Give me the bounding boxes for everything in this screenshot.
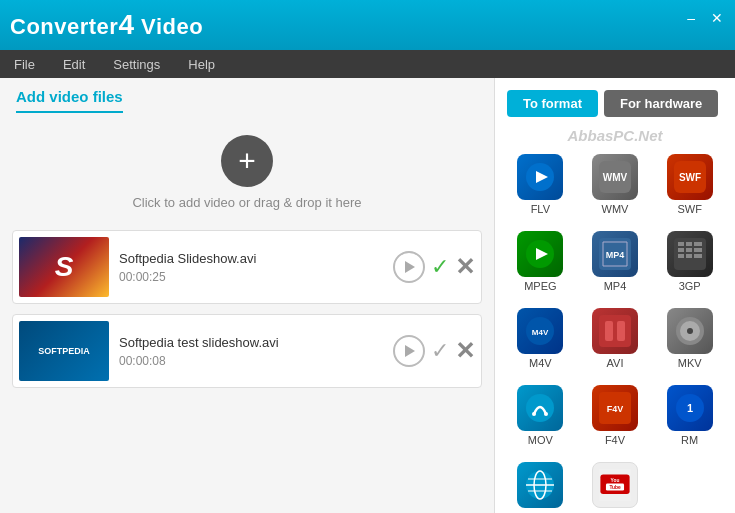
svg-rect-14	[678, 248, 684, 252]
format-mkv[interactable]: MKV	[656, 304, 723, 373]
rm-icon: 1	[667, 385, 713, 431]
watermark-text: AbbasPC.Net	[507, 127, 723, 144]
web-icon	[517, 462, 563, 508]
check-button[interactable]: ✓	[431, 338, 449, 364]
svg-rect-24	[617, 321, 625, 341]
svg-text:MP4: MP4	[606, 250, 625, 260]
svg-text:You: You	[611, 478, 620, 483]
format-m4v[interactable]: M4V M4V	[507, 304, 574, 373]
play-button[interactable]	[393, 335, 425, 367]
svg-text:F4V: F4V	[607, 404, 624, 414]
mkv-label: MKV	[678, 357, 702, 369]
svg-point-29	[532, 412, 536, 416]
svg-rect-22	[599, 315, 631, 347]
mpeg-icon	[517, 231, 563, 277]
svg-text:Tube: Tube	[609, 485, 621, 490]
menu-edit[interactable]: Edit	[57, 55, 91, 74]
swf-label: SWF	[677, 203, 701, 215]
file-actions: ✓ ✕	[393, 335, 475, 367]
play-button[interactable]	[393, 251, 425, 283]
svg-rect-23	[605, 321, 613, 341]
svg-rect-17	[678, 254, 684, 258]
svg-rect-16	[694, 248, 702, 252]
mkv-icon	[667, 308, 713, 354]
menu-help[interactable]: Help	[182, 55, 221, 74]
file-name: Softpedia test slideshow.avi	[119, 335, 383, 350]
file-info: Softpedia Slideshow.avi 00:00:25	[119, 251, 383, 284]
minimize-button[interactable]: –	[683, 8, 699, 28]
menu-file[interactable]: File	[8, 55, 41, 74]
file-thumbnail: S	[19, 237, 109, 297]
window-controls: – ✕	[683, 8, 727, 28]
svg-text:1: 1	[687, 402, 693, 414]
format-wmv[interactable]: WMV WMV	[582, 150, 649, 219]
svg-text:M4V: M4V	[532, 328, 549, 337]
mp4-label: MP4	[604, 280, 627, 292]
format-flv[interactable]: FLV	[507, 150, 574, 219]
format-mpeg[interactable]: MPEG	[507, 227, 574, 296]
svg-point-27	[687, 328, 693, 334]
file-actions: ✓ ✕	[393, 251, 475, 283]
format-web[interactable]: Web	[507, 458, 574, 513]
f4v-label: F4V	[605, 434, 625, 446]
svg-text:SWF: SWF	[679, 172, 701, 183]
file-list: S Softpedia Slideshow.avi 00:00:25 ✓ ✕	[0, 226, 494, 513]
format-f4v[interactable]: F4V F4V	[582, 381, 649, 450]
menu-settings[interactable]: Settings	[107, 55, 166, 74]
play-icon	[405, 345, 415, 357]
drop-area[interactable]: + Click to add video or drag & drop it h…	[0, 119, 494, 226]
format-tabs: To format For hardware	[507, 90, 723, 117]
main-layout: Add video files + Click to add video or …	[0, 78, 735, 513]
remove-button[interactable]: ✕	[455, 253, 475, 281]
right-panel: To format For hardware AbbasPC.Net FLV	[495, 78, 735, 513]
format-youtube[interactable]: You Tube Youtube	[582, 458, 649, 513]
file-duration: 00:00:25	[119, 270, 383, 284]
app-title: Converter4 Video	[10, 9, 203, 41]
menu-bar: File Edit Settings Help	[0, 50, 735, 78]
check-button[interactable]: ✓	[431, 254, 449, 280]
file-duration: 00:00:08	[119, 354, 383, 368]
mov-icon	[517, 385, 563, 431]
list-item: S Softpedia Slideshow.avi 00:00:25 ✓ ✕	[12, 230, 482, 304]
format-avi[interactable]: AVI	[582, 304, 649, 373]
avi-label: AVI	[607, 357, 624, 369]
file-info: Softpedia test slideshow.avi 00:00:08	[119, 335, 383, 368]
svg-rect-18	[686, 254, 692, 258]
tab-to-format[interactable]: To format	[507, 90, 598, 117]
drop-hint: Click to add video or drag & drop it her…	[132, 195, 361, 210]
mpeg-label: MPEG	[524, 280, 556, 292]
wmv-icon: WMV	[592, 154, 638, 200]
svg-rect-11	[678, 242, 684, 246]
svg-rect-13	[694, 242, 702, 246]
add-button[interactable]: +	[221, 135, 273, 187]
svg-rect-19	[694, 254, 702, 258]
svg-rect-12	[686, 242, 692, 246]
format-mov[interactable]: MOV	[507, 381, 574, 450]
m4v-icon: M4V	[517, 308, 563, 354]
format-rm[interactable]: 1 RM	[656, 381, 723, 450]
flv-label: FLV	[531, 203, 550, 215]
tab-for-hardware[interactable]: For hardware	[604, 90, 718, 117]
close-button[interactable]: ✕	[707, 8, 727, 28]
format-grid: FLV WMV WMV	[507, 150, 723, 513]
list-item: SOFTPEDIA Softpedia test slideshow.avi 0…	[12, 314, 482, 388]
svg-point-30	[544, 412, 548, 416]
title-bar: Converter4 Video – ✕	[0, 0, 735, 50]
3gp-label: 3GP	[679, 280, 701, 292]
remove-button[interactable]: ✕	[455, 337, 475, 365]
left-panel: Add video files + Click to add video or …	[0, 78, 495, 513]
file-thumbnail: SOFTPEDIA	[19, 321, 109, 381]
f4v-icon: F4V	[592, 385, 638, 431]
wmv-label: WMV	[602, 203, 629, 215]
3gp-icon	[667, 231, 713, 277]
rm-label: RM	[681, 434, 698, 446]
format-mp4[interactable]: MP4 MP4	[582, 227, 649, 296]
m4v-label: M4V	[529, 357, 552, 369]
add-files-header: Add video files	[16, 88, 123, 113]
avi-icon	[592, 308, 638, 354]
format-3gp[interactable]: 3GP	[656, 227, 723, 296]
format-swf[interactable]: SWF SWF	[656, 150, 723, 219]
svg-text:WMV: WMV	[603, 172, 628, 183]
mp4-icon: MP4	[592, 231, 638, 277]
flv-icon	[517, 154, 563, 200]
